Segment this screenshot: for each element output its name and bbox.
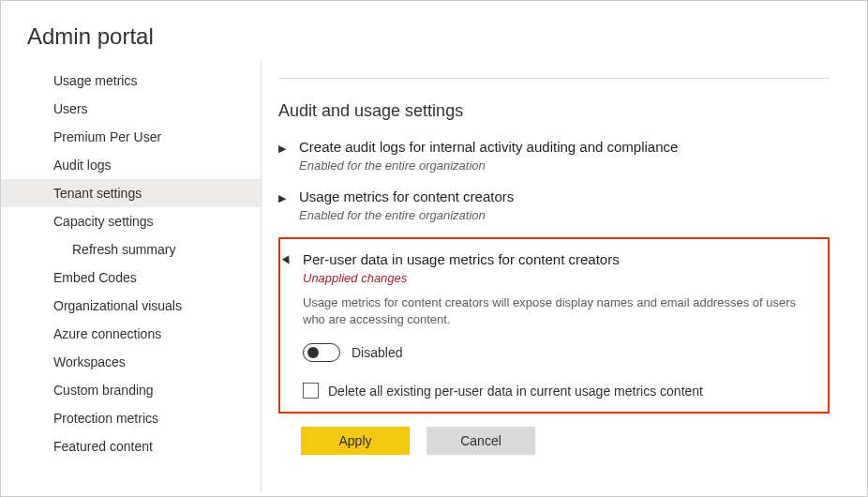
setting-description: Usage metrics for content creators will … [303,294,800,328]
setting-title: Usage metrics for content creators [299,188,830,206]
setting-status: Enabled for the entire organization [299,158,830,173]
setting-title: Per-user data in usage metrics for conte… [303,250,816,269]
highlighted-setting: ▶ Per-user data in usage metrics for con… [278,237,830,414]
setting-title: Create audit logs for internal activity … [299,138,830,157]
toggle-knob-icon [307,347,319,358]
toggle-switch[interactable] [303,343,340,362]
sidebar-item-featured-content[interactable]: Featured content [1,432,261,460]
main-content: Audit and usage settings ▶ Create audit … [262,61,867,492]
page-title: Admin portal [1,1,867,61]
sidebar-item-protection-metrics[interactable]: Protection metrics [1,404,261,432]
cancel-button[interactable]: Cancel [427,427,535,455]
sidebar-item-custom-branding[interactable]: Custom branding [1,376,261,404]
unapplied-changes-label: Unapplied changes [303,271,816,285]
setting-audit-logs[interactable]: ▶ Create audit logs for internal activit… [278,138,830,173]
sidebar-item-refresh-summary[interactable]: Refresh summary [1,235,261,264]
setting-usage-metrics[interactable]: ▶ Usage metrics for content creators Ena… [278,188,830,222]
checkbox-label: Delete all existing per-user data in cur… [328,384,703,399]
layout: Usage metrics Users Premium Per User Aud… [1,61,867,492]
sidebar-item-embed-codes[interactable]: Embed Codes [1,264,261,292]
sidebar-item-tenant-settings[interactable]: Tenant settings [1,179,261,207]
sidebar-item-premium-per-user[interactable]: Premium Per User [1,123,261,151]
sidebar-item-audit-logs[interactable]: Audit logs [1,151,261,179]
toggle-label: Disabled [352,345,402,360]
caret-right-icon: ▶ [278,138,288,158]
sidebar-item-users[interactable]: Users [1,95,261,123]
caret-down-icon[interactable]: ▶ [277,251,300,270]
sidebar-item-workspaces[interactable]: Workspaces [1,348,261,376]
sidebar-item-capacity-settings[interactable]: Capacity settings [1,207,261,235]
button-row: Apply Cancel [301,427,830,455]
setting-status: Enabled for the entire organization [299,208,830,222]
section-heading: Audit and usage settings [278,101,830,121]
caret-right-icon: ▶ [278,188,288,208]
sidebar-item-organizational-visuals[interactable]: Organizational visuals [1,292,261,320]
sidebar-item-azure-connections[interactable]: Azure connections [1,320,261,348]
sidebar: Usage metrics Users Premium Per User Aud… [1,61,262,492]
delete-per-user-data-checkbox[interactable] [303,383,319,399]
sidebar-item-usage-metrics[interactable]: Usage metrics [1,67,261,95]
divider [278,78,830,79]
apply-button[interactable]: Apply [301,427,410,455]
